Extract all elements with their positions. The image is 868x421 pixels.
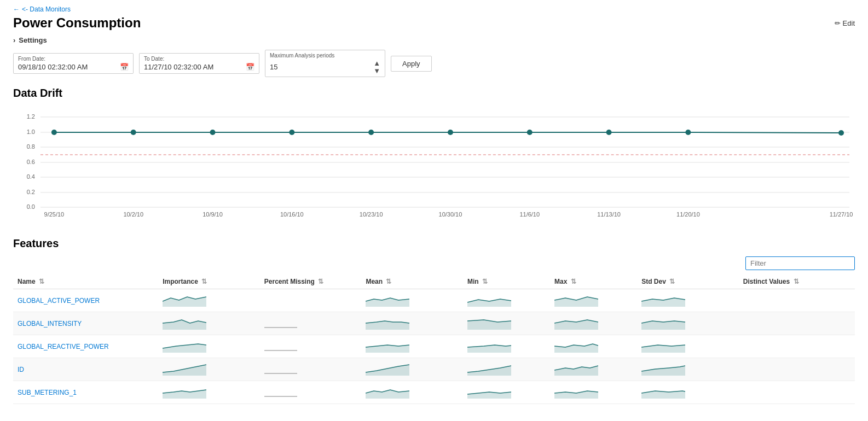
analysis-periods-label: Maximum Analysis periods (270, 52, 380, 59)
svg-point-18 (289, 130, 294, 135)
feature-min-cell (463, 289, 550, 312)
feature-distinct-values-cell (739, 312, 855, 335)
table-row: GLOBAL_REACTIVE_POWER (13, 335, 855, 358)
sort-stddev-icon[interactable]: ⇅ (669, 278, 675, 285)
feature-mean-cell (361, 312, 463, 335)
svg-point-21 (527, 130, 533, 135)
analysis-periods-field[interactable]: Maximum Analysis periods 15 ▲ ▼ (265, 50, 385, 77)
table-row: SUB_METERING_1 (13, 381, 855, 404)
feature-max-cell (550, 312, 637, 335)
svg-point-20 (448, 130, 453, 135)
sort-name-icon[interactable]: ⇅ (39, 278, 44, 285)
spinner-up[interactable]: ▲ (373, 60, 380, 67)
settings-header[interactable]: › Settings (13, 36, 855, 44)
from-date-field[interactable]: From Date: 09/18/10 02:32:00 AM 📅 (13, 53, 134, 74)
to-date-field[interactable]: To Date: 11/27/10 02:32:00 AM 📅 (139, 53, 259, 74)
spinner-down[interactable]: ▼ (373, 67, 380, 74)
feature-importance-cell (158, 358, 260, 381)
sort-max-icon[interactable]: ⇅ (571, 278, 576, 285)
svg-text:1.2: 1.2 (27, 113, 35, 120)
feature-std-dev-cell (637, 335, 739, 358)
col-header-mean[interactable]: Mean ⇅ (361, 274, 463, 289)
feature-name-cell[interactable]: SUB_METERING_1 (13, 381, 158, 404)
feature-distinct-values-cell (739, 358, 855, 381)
svg-point-19 (368, 130, 374, 135)
edit-button[interactable]: ✏ Edit (835, 19, 855, 27)
feature-min-cell (463, 358, 550, 381)
svg-text:11/20/10: 11/20/10 (676, 211, 700, 218)
sort-distinct-icon[interactable]: ⇅ (794, 278, 799, 285)
filter-input[interactable] (745, 256, 855, 270)
table-row: GLOBAL_ACTIVE_POWER (13, 289, 855, 312)
settings-chevron: › (13, 36, 15, 44)
svg-point-23 (685, 130, 691, 135)
feature-max-cell (550, 335, 637, 358)
feature-importance-cell (158, 289, 260, 312)
feature-mean-cell (361, 358, 463, 381)
feature-name-cell[interactable]: ID (13, 358, 158, 381)
col-header-std-dev[interactable]: Std Dev ⇅ (637, 274, 739, 289)
col-header-max[interactable]: Max ⇅ (550, 274, 637, 289)
settings-label: Settings (19, 36, 47, 44)
svg-point-16 (131, 130, 136, 135)
edit-icon: ✏ (835, 19, 841, 27)
back-arrow: ← (13, 5, 20, 13)
svg-text:11/6/10: 11/6/10 (519, 211, 540, 218)
analysis-spinners[interactable]: ▲ ▼ (373, 60, 380, 74)
back-link[interactable]: ← <- Data Monitors (13, 0, 855, 15)
svg-text:9/25/10: 9/25/10 (44, 211, 65, 218)
to-date-calendar-icon[interactable]: 📅 (246, 63, 254, 71)
table-row: GLOBAL_INTENSITY (13, 312, 855, 335)
filter-row (13, 256, 855, 270)
apply-button[interactable]: Apply (391, 56, 432, 72)
feature-importance-cell (158, 312, 260, 335)
features-title: Features (13, 237, 855, 250)
feature-importance-cell (158, 335, 260, 358)
svg-text:10/9/10: 10/9/10 (202, 211, 223, 218)
svg-text:10/30/10: 10/30/10 (439, 211, 462, 218)
feature-std-dev-cell (637, 312, 739, 335)
sort-percent-icon[interactable]: ⇅ (318, 278, 323, 285)
sort-min-icon[interactable]: ⇅ (482, 278, 488, 285)
feature-distinct-values-cell (739, 289, 855, 312)
col-header-min[interactable]: Min ⇅ (463, 274, 550, 289)
feature-percent-missing-cell (260, 312, 362, 335)
svg-point-17 (210, 130, 216, 135)
sort-importance-icon[interactable]: ⇅ (201, 278, 207, 285)
svg-text:0.8: 0.8 (27, 143, 35, 150)
to-date-label: To Date: (144, 56, 254, 62)
edit-label: Edit (843, 19, 855, 27)
data-drift-chart: 1.2 1.0 0.8 0.6 0.4 0.2 0.0 (13, 106, 855, 221)
features-section: Features Name ⇅ Importance ⇅ Percent Mis… (13, 237, 855, 404)
feature-percent-missing-cell (260, 289, 362, 312)
col-header-percent-missing[interactable]: Percent Missing ⇅ (260, 274, 362, 289)
col-header-importance[interactable]: Importance ⇅ (158, 274, 260, 289)
svg-point-15 (51, 130, 57, 135)
sort-mean-icon[interactable]: ⇅ (386, 278, 391, 285)
svg-text:10/16/10: 10/16/10 (280, 211, 304, 218)
table-row: ID (13, 358, 855, 381)
feature-max-cell (550, 289, 637, 312)
features-table: Name ⇅ Importance ⇅ Percent Missing ⇅ Me… (13, 274, 855, 404)
feature-min-cell (463, 312, 550, 335)
back-link-label: <- Data Monitors (22, 5, 71, 13)
feature-percent-missing-cell (260, 335, 362, 358)
feature-std-dev-cell (637, 358, 739, 381)
analysis-periods-value: 15 (270, 63, 277, 71)
drift-chart-svg: 1.2 1.0 0.8 0.6 0.4 0.2 0.0 (13, 106, 855, 221)
from-date-calendar-icon[interactable]: 📅 (120, 63, 129, 71)
col-header-name[interactable]: Name ⇅ (13, 274, 158, 289)
svg-point-22 (606, 130, 612, 135)
svg-text:0.2: 0.2 (27, 189, 35, 195)
to-date-value: 11/27/10 02:32:00 AM (144, 63, 213, 71)
feature-distinct-values-cell (739, 381, 855, 404)
svg-text:0.4: 0.4 (27, 173, 35, 180)
feature-name-cell[interactable]: GLOBAL_ACTIVE_POWER (13, 289, 158, 312)
svg-text:1.0: 1.0 (27, 128, 35, 135)
settings-row: From Date: 09/18/10 02:32:00 AM 📅 To Dat… (13, 50, 855, 77)
page-title: Power Consumption (13, 15, 141, 31)
feature-name-cell[interactable]: GLOBAL_REACTIVE_POWER (13, 335, 158, 358)
feature-name-cell[interactable]: GLOBAL_INTENSITY (13, 312, 158, 335)
feature-percent-missing-cell (260, 381, 362, 404)
col-header-distinct-values[interactable]: Distinct Values ⇅ (739, 274, 855, 289)
